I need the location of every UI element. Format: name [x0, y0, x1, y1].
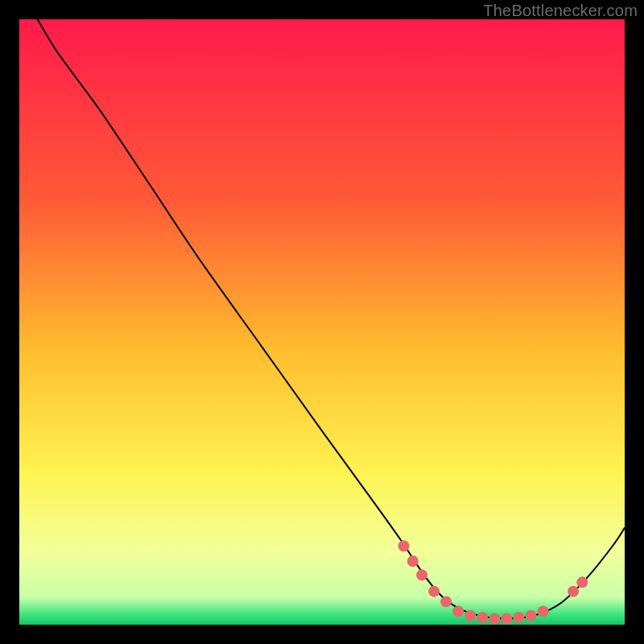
marker-dot — [440, 596, 452, 607]
chart-svg — [19, 19, 625, 625]
marker-dot — [568, 586, 579, 597]
plot-area — [19, 19, 625, 625]
marker-dot — [428, 586, 440, 597]
marker-dot — [537, 605, 548, 617]
marker-dot — [513, 612, 524, 623]
marker-dot — [501, 613, 512, 624]
marker-dot — [477, 612, 488, 623]
chart-background — [19, 19, 625, 625]
marker-dot — [525, 610, 536, 621]
branding-label: TheBottlenecker.com — [483, 2, 638, 20]
chart-stage: TheBottlenecker.com — [0, 0, 644, 644]
marker-dot — [416, 569, 427, 580]
marker-dot — [452, 605, 464, 617]
svg-wrap — [19, 19, 625, 625]
marker-dot — [398, 540, 410, 551]
marker-dot — [407, 555, 419, 567]
marker-dot — [576, 576, 588, 588]
marker-dot — [489, 613, 500, 624]
marker-dot — [464, 610, 476, 621]
